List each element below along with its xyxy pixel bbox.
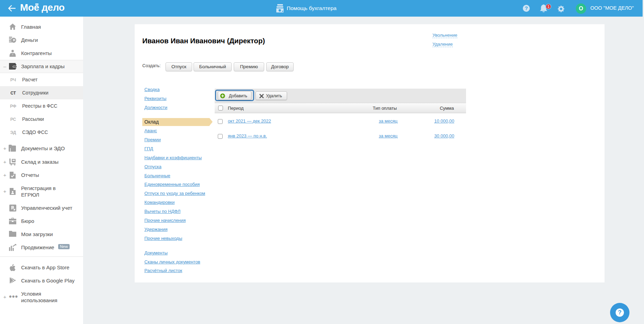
svg-text:1: 1 bbox=[547, 4, 549, 9]
